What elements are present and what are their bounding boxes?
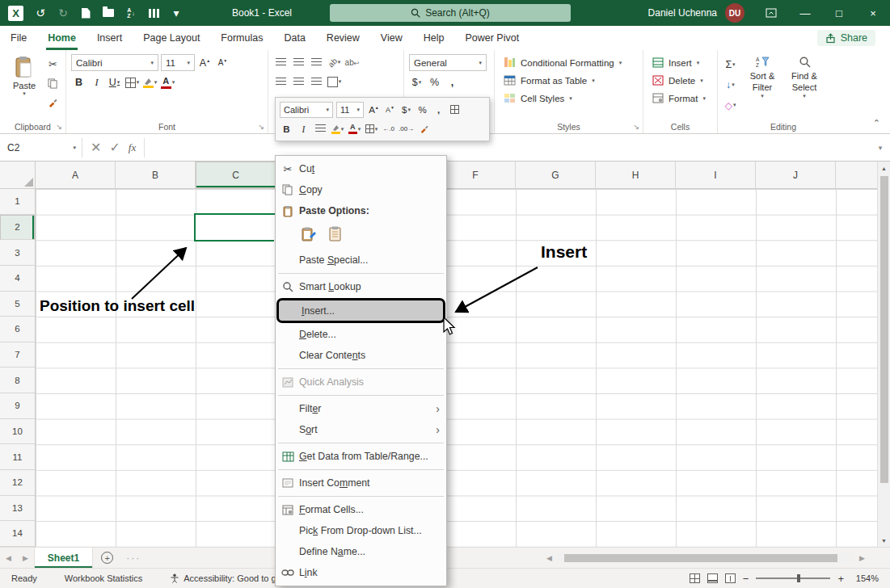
paste-option-1-icon[interactable] [299, 225, 318, 244]
row-header-7[interactable]: 7 [0, 342, 35, 368]
accounting-format-icon[interactable]: $▾ [409, 74, 424, 90]
underline-icon[interactable]: U▾ [107, 74, 122, 90]
sort-filter-button[interactable]: AZSort & Filter ▾ [741, 54, 783, 113]
row-header-4[interactable]: 4 [0, 266, 35, 292]
zoom-in-icon[interactable]: + [837, 573, 844, 585]
bold-icon[interactable]: B [71, 74, 86, 90]
sheet-tab-sheet1[interactable]: Sheet1 [34, 548, 93, 568]
menu-item-insert-co-mment[interactable]: Insert Comment [276, 472, 445, 494]
tab-view[interactable]: View [370, 26, 413, 50]
page-break-view-icon[interactable] [725, 573, 736, 583]
row-header-9[interactable]: 9 [0, 393, 35, 419]
format-button[interactable]: Format▾ [648, 90, 713, 107]
prev-sheet-icon[interactable]: ◀ [0, 554, 17, 562]
borders-icon[interactable]: ▾ [365, 121, 378, 136]
fill-icon[interactable]: ↓▾ [723, 77, 738, 93]
borders-icon[interactable]: ▾ [124, 74, 140, 90]
paste-option-2-icon[interactable] [326, 225, 345, 244]
menu-item-cu-t[interactable]: ✂Cut [276, 158, 445, 179]
row-header-5[interactable]: 5 [0, 292, 35, 317]
scroll-right-icon[interactable]: ▶ [854, 554, 871, 562]
maximize-button[interactable]: □ [822, 0, 856, 26]
tab-home[interactable]: Home [37, 26, 86, 50]
row-header-6[interactable]: 6 [0, 317, 35, 342]
menu-item-clear-conte-nts[interactable]: Clear Contents [276, 345, 445, 366]
vertical-scrollbar[interactable]: ▲ ▼ [877, 162, 890, 547]
fill-color-icon[interactable]: ▾ [331, 121, 344, 136]
menu-item-format-cells[interactable]: Format Cells... [276, 499, 445, 520]
tab-power-pivot[interactable]: Power Pivot [454, 26, 529, 50]
grow-font-icon[interactable]: A▲ [197, 55, 213, 71]
vertical-scrollbar-thumb[interactable] [880, 176, 888, 483]
format-painter-icon[interactable] [417, 121, 431, 136]
format-painter-icon[interactable] [45, 94, 61, 111]
tab-formulas[interactable]: Formulas [210, 26, 273, 50]
table-format-icon[interactable] [448, 102, 462, 117]
horizontal-scrollbar[interactable]: ◀ ▶ [541, 548, 871, 568]
search-box[interactable]: Search (Alt+Q) [330, 4, 571, 22]
comma-icon[interactable]: , [432, 102, 445, 117]
merge-center-icon[interactable]: ▾ [327, 74, 342, 90]
copy-icon[interactable] [45, 75, 61, 91]
next-sheet-icon[interactable]: ▶ [17, 554, 34, 562]
menu-item-get-data-from-table-range[interactable]: Get Data from Table/Range... [276, 446, 445, 467]
page-layout-view-icon[interactable] [707, 573, 718, 583]
decrease-decimal-icon[interactable]: ←.0 [382, 121, 395, 136]
column-header-h[interactable]: H [596, 162, 676, 188]
zoom-out-icon[interactable]: − [743, 573, 749, 585]
redo-icon[interactable]: ↻ [57, 6, 69, 19]
scroll-down-icon[interactable]: ▼ [881, 534, 887, 547]
currency-icon[interactable]: $▾ [399, 102, 413, 117]
number-format-select[interactable]: General▾ [409, 54, 487, 71]
paste-button[interactable]: Paste ▾ [5, 54, 44, 111]
chart-icon[interactable] [148, 6, 159, 19]
menu-item-paste-special[interactable]: Paste Special... [276, 250, 445, 271]
row-header-13[interactable]: 13 [0, 496, 35, 522]
select-all-corner[interactable] [0, 162, 36, 189]
close-button[interactable]: × [856, 0, 890, 26]
orientation-icon[interactable]: ab▾ [327, 54, 342, 70]
mini-font-size-select[interactable]: 11▾ [336, 102, 364, 118]
format-as-table-button[interactable]: Format as Table▾ [500, 72, 639, 90]
column-header-b[interactable]: B [116, 162, 196, 188]
column-header-j[interactable]: J [756, 162, 836, 188]
comma-style-icon[interactable]: , [445, 74, 460, 90]
align-bottom-icon[interactable] [309, 54, 324, 70]
styles-dialog-launcher[interactable]: ↘ [633, 123, 639, 131]
align-center-icon[interactable] [314, 121, 327, 136]
row-header-3[interactable]: 3 [0, 240, 35, 266]
font-name-select[interactable]: Calibri▾ [71, 54, 158, 71]
fill-color-icon[interactable]: ▾ [142, 74, 158, 90]
selected-cell[interactable] [194, 213, 277, 242]
cell-styles-button[interactable]: Cell Styles▾ [500, 90, 639, 107]
increase-decimal-icon[interactable]: .00→ [399, 121, 414, 136]
workbook-statistics-button[interactable]: Workbook Statistics [65, 573, 142, 583]
zoom-slider[interactable] [756, 578, 830, 579]
row-header-11[interactable]: 11 [0, 444, 35, 470]
enter-icon[interactable]: ✓ [109, 140, 120, 155]
column-header-c[interactable]: C [196, 162, 276, 188]
font-color-icon[interactable]: A▾ [348, 121, 361, 136]
italic-icon[interactable]: I [89, 74, 104, 90]
clear-icon[interactable]: ◇▾ [723, 97, 738, 113]
minimize-button[interactable]: — [788, 0, 822, 26]
share-button[interactable]: Share [817, 30, 875, 46]
italic-icon[interactable]: I [297, 121, 310, 136]
scroll-up-icon[interactable]: ▲ [881, 162, 887, 174]
ribbon-display-options-icon[interactable] [754, 0, 788, 26]
collapse-ribbon-icon[interactable]: ⌃ [873, 118, 880, 128]
row-header-14[interactable]: 14 [0, 521, 35, 547]
undo-icon[interactable]: ↺ [35, 6, 46, 19]
align-center-icon[interactable] [291, 74, 306, 90]
insert-function-icon[interactable]: fx [129, 141, 136, 154]
cut-icon[interactable]: ✂ [45, 56, 61, 72]
row-header-10[interactable]: 10 [0, 419, 35, 445]
tab-scroll-divider[interactable]: ··· [126, 552, 141, 564]
row-header-1[interactable]: 1 [0, 189, 35, 215]
mini-font-name-select[interactable]: Calibri▾ [280, 102, 333, 118]
align-right-icon[interactable] [309, 74, 324, 90]
add-sheet-icon[interactable]: + [101, 552, 113, 564]
cells-area[interactable] [36, 189, 877, 547]
new-file-icon[interactable] [80, 6, 91, 19]
find-select-button[interactable]: Find & Select ▾ [783, 54, 825, 113]
